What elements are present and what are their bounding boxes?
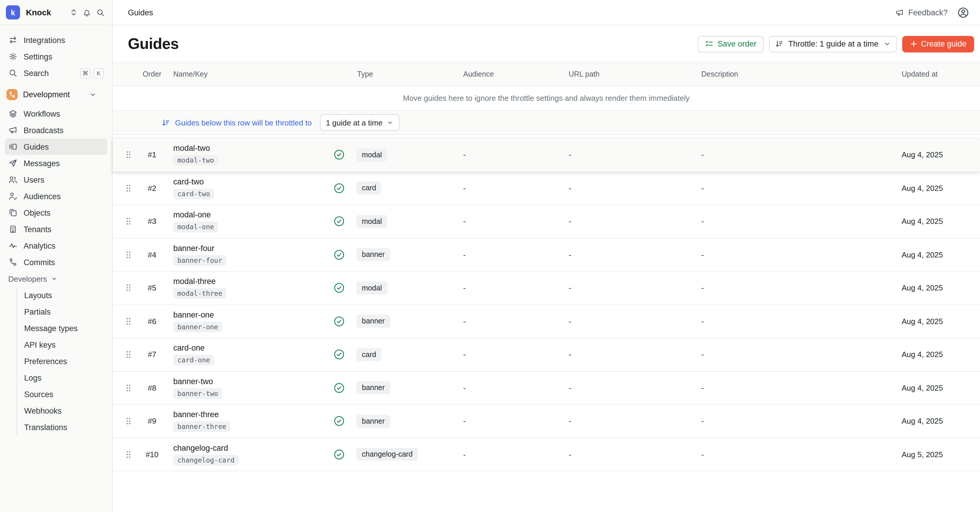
check-circle-icon <box>334 283 345 294</box>
guide-type-badge: changelog-card <box>356 448 418 461</box>
guide-audience: - <box>457 417 563 426</box>
guide-row[interactable]: #1 modal-two modal-two modal - - - Aug 4… <box>113 138 980 172</box>
guide-name[interactable]: modal-three <box>173 277 216 286</box>
drag-handle-icon[interactable] <box>126 450 131 459</box>
sidebar-item-api-keys[interactable]: API keys <box>17 336 112 353</box>
sidebar-item-tenants[interactable]: Tenants <box>5 221 107 237</box>
workspace-name[interactable]: Knock <box>25 8 65 17</box>
pulse-icon <box>8 241 18 250</box>
sidebar-item-commits[interactable]: Commits <box>5 254 107 270</box>
drag-handle-icon[interactable] <box>126 317 131 326</box>
feedback-button[interactable]: Feedback? <box>895 8 948 17</box>
guide-name[interactable]: modal-one <box>173 211 211 219</box>
guide-name[interactable]: banner-three <box>173 410 219 419</box>
sidebar-item-audiences[interactable]: Audiences <box>5 188 107 204</box>
check-circle-icon <box>334 149 345 161</box>
drag-handle-icon[interactable] <box>126 151 131 159</box>
guide-row[interactable]: #10 changelog-card changelog-card change… <box>113 438 980 471</box>
sub-item-label: Preferences <box>24 357 67 366</box>
guide-row[interactable]: #8 banner-two banner-two banner - - - Au… <box>113 372 980 405</box>
guide-name[interactable]: modal-two <box>173 144 210 153</box>
sidebar-item-workflows[interactable]: Workflows <box>5 105 107 122</box>
guide-url-path: - <box>563 217 695 226</box>
unthrottled-dropzone[interactable]: Move guides here to ignore the throttle … <box>113 86 980 111</box>
sidebar-item-analytics[interactable]: Analytics <box>5 237 107 254</box>
guide-name[interactable]: banner-two <box>173 377 213 386</box>
column-header-url-path[interactable]: URL path <box>563 70 695 78</box>
guide-audience: - <box>457 151 563 159</box>
sort-descending-icon <box>775 40 783 48</box>
developers-section-toggle[interactable]: Developers <box>5 270 107 287</box>
guide-name[interactable]: card-two <box>173 177 204 186</box>
guide-row[interactable]: #9 banner-three banner-three banner - - … <box>113 405 980 438</box>
guide-name[interactable]: banner-one <box>173 310 214 320</box>
sidebar-item-search[interactable]: Search ⌘ K <box>5 65 107 81</box>
column-header-updated-at[interactable]: Updated at <box>896 70 980 78</box>
guide-row[interactable]: #5 modal-three modal-three modal - - - A… <box>113 272 980 305</box>
column-header-order[interactable]: Order <box>137 70 167 78</box>
bell-icon[interactable] <box>83 8 91 17</box>
drag-handle-icon[interactable] <box>126 217 131 226</box>
guide-updated-at: Aug 5, 2025 <box>896 450 980 459</box>
throttle-value-select[interactable]: 1 guide at a time <box>320 114 399 131</box>
guide-name[interactable]: card-one <box>173 344 205 353</box>
sidebar-item-layouts[interactable]: Layouts <box>17 287 112 304</box>
search-shortcut: ⌘ K <box>80 68 104 78</box>
guide-name[interactable]: changelog-card <box>173 444 228 453</box>
sidebar-item-translations[interactable]: Translations <box>17 419 112 436</box>
sidebar-item-broadcasts[interactable]: Broadcasts <box>5 122 107 138</box>
sidebar-item-sources[interactable]: Sources <box>17 386 112 402</box>
environment-selector[interactable]: Development <box>5 86 107 103</box>
column-header-description[interactable]: Description <box>695 70 896 78</box>
sidebar-item-message-types[interactable]: Message types <box>17 320 112 336</box>
sidebar-item-label: Tenants <box>24 225 52 234</box>
drag-handle-icon[interactable] <box>126 383 131 393</box>
sidebar-item-settings[interactable]: Settings <box>5 48 107 65</box>
sidebar-item-users[interactable]: Users <box>5 172 107 188</box>
pages-icon <box>8 208 18 218</box>
sidebar-item-label: Broadcasts <box>24 126 64 135</box>
search-icon[interactable] <box>96 8 105 17</box>
sidebar-item-webhooks[interactable]: Webhooks <box>17 402 112 419</box>
guide-row[interactable]: #3 modal-one modal-one modal - - - Aug 4… <box>113 205 980 239</box>
sidebar-item-messages[interactable]: Messages <box>5 155 107 172</box>
drag-handle-icon[interactable] <box>126 184 131 192</box>
guide-name[interactable]: banner-four <box>173 244 215 253</box>
sidebar-item-partials[interactable]: Partials <box>17 304 112 320</box>
sidebar-item-logs[interactable]: Logs <box>17 369 112 386</box>
sidebar-item-objects[interactable]: Objects <box>5 204 107 221</box>
guide-row[interactable]: #7 card-one card-one card - - - Aug 4, 2… <box>113 338 980 372</box>
column-header-audience[interactable]: Audience <box>457 70 563 78</box>
throttle-divider-link[interactable]: Guides below this row will be throttled … <box>175 118 312 127</box>
column-header-type[interactable]: Type <box>331 70 457 78</box>
guide-key-badge: banner-one <box>173 322 223 332</box>
knock-logo[interactable]: Knockk <box>6 5 20 19</box>
user-avatar-icon[interactable] <box>957 6 969 19</box>
page-title: Guides <box>128 35 179 53</box>
workspace-header: Knockk Knock <box>0 0 112 25</box>
column-header-name-key[interactable]: Name/Key <box>167 70 331 78</box>
guide-updated-at: Aug 4, 2025 <box>896 217 980 226</box>
guide-row[interactable]: #6 banner-one banner-one banner - - - Au… <box>113 305 980 338</box>
guide-audience: - <box>457 450 563 459</box>
chevron-up-down-icon[interactable] <box>70 8 78 16</box>
save-order-button[interactable]: Save order <box>697 36 764 52</box>
guide-row[interactable]: #4 banner-four banner-four banner - - - … <box>113 239 980 272</box>
breadcrumb[interactable]: Guides <box>128 8 153 17</box>
sidebar-item-preferences[interactable]: Preferences <box>17 353 112 369</box>
developers-subnav: Layouts Partials Message types API keys … <box>16 287 112 436</box>
save-order-label: Save order <box>718 40 756 48</box>
sidebar-item-integrations[interactable]: Integrations <box>5 32 107 48</box>
guide-audience: - <box>457 317 563 326</box>
sidebar-item-guides[interactable]: Guides <box>5 138 107 155</box>
megaphone-icon <box>895 8 904 17</box>
drag-handle-icon[interactable] <box>126 250 131 259</box>
drag-handle-icon[interactable] <box>126 350 131 359</box>
guide-order: #5 <box>137 284 167 293</box>
throttle-dropdown-button[interactable]: Throttle: 1 guide at a time <box>769 36 897 52</box>
drag-handle-icon[interactable] <box>126 417 131 426</box>
create-guide-button[interactable]: Create guide <box>902 36 974 52</box>
guide-row[interactable]: #2 card-two card-two card - - - Aug 4, 2… <box>113 172 980 205</box>
guide-updated-at: Aug 4, 2025 <box>896 284 980 293</box>
drag-handle-icon[interactable] <box>126 284 131 293</box>
